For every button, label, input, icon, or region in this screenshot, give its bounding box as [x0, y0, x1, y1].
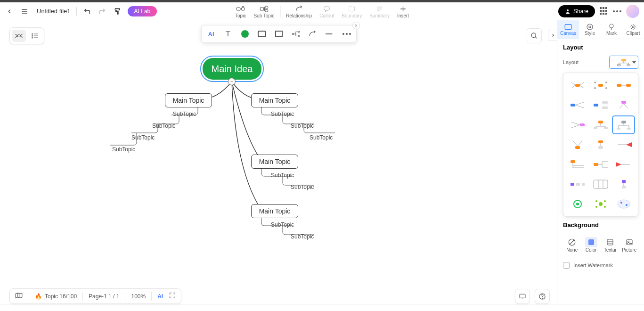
- layout-option[interactable]: [613, 77, 634, 94]
- layout-option[interactable]: [590, 77, 611, 94]
- svg-rect-77: [594, 127, 597, 129]
- svg-marker-103: [616, 162, 621, 167]
- svg-point-116: [599, 202, 603, 206]
- svg-point-39: [610, 24, 613, 28]
- panel-tab-mark[interactable]: Mark: [601, 20, 622, 39]
- panel-tab-canvas[interactable]: Canvas: [557, 20, 579, 39]
- toolbar-insert[interactable]: Insert: [393, 2, 413, 20]
- svg-rect-78: [604, 127, 608, 129]
- layout-option[interactable]: [567, 97, 588, 114]
- svg-rect-3: [236, 8, 240, 10]
- collapse-panel-icon[interactable]: [548, 30, 557, 41]
- topic-node[interactable]: Main Topic: [251, 93, 298, 107]
- svg-rect-127: [607, 239, 613, 245]
- svg-rect-86: [575, 146, 580, 149]
- search-button[interactable]: [527, 28, 542, 43]
- svg-marker-92: [626, 142, 632, 147]
- fire-icon: 🔥: [35, 293, 42, 300]
- topic-node[interactable]: Main Topic: [251, 155, 298, 169]
- svg-rect-68: [621, 101, 626, 104]
- svg-point-55: [594, 82, 596, 83]
- format-painter-button[interactable]: [113, 7, 122, 16]
- bg-tab-picture[interactable]: Picture: [620, 234, 639, 255]
- layout-option[interactable]: [567, 136, 588, 153]
- layout-option[interactable]: [590, 116, 611, 133]
- topic-node[interactable]: Main Topic: [251, 204, 298, 218]
- top-toolbar: Topic Sub Topic Relationship Callout Bou…: [231, 2, 413, 20]
- fullscreen-icon[interactable]: [169, 292, 176, 301]
- toolbar-subtopic[interactable]: Sub Topic: [250, 2, 278, 20]
- layout-option[interactable]: [590, 97, 611, 114]
- svg-rect-89: [598, 140, 603, 143]
- svg-rect-108: [594, 180, 608, 188]
- layout-option[interactable]: [613, 156, 634, 173]
- collapse-handle-icon[interactable]: −: [228, 78, 236, 85]
- topic-node[interactable]: Main Topic: [165, 93, 212, 107]
- svg-rect-90: [598, 146, 603, 149]
- svg-rect-67: [602, 106, 608, 109]
- layout-option[interactable]: [613, 136, 634, 153]
- layout-option[interactable]: [590, 156, 611, 173]
- layout-option[interactable]: [590, 176, 611, 193]
- svg-line-63: [575, 102, 584, 105]
- layout-option[interactable]: [590, 196, 611, 213]
- layout-option[interactable]: [613, 176, 634, 193]
- svg-point-11: [324, 6, 330, 10]
- svg-line-69: [620, 104, 624, 108]
- layout-label: Layout: [563, 59, 579, 65]
- svg-rect-79: [621, 121, 626, 123]
- svg-point-41: [632, 26, 634, 28]
- filename[interactable]: Untitled file1: [37, 8, 71, 15]
- layout-dropdown[interactable]: [609, 56, 638, 69]
- watermark-checkbox[interactable]: [563, 262, 570, 269]
- svg-point-38: [587, 24, 593, 30]
- page-indicator[interactable]: Page-1 1 / 1: [89, 293, 119, 300]
- redo-button[interactable]: [98, 7, 107, 16]
- zoom-level[interactable]: 100%: [131, 293, 146, 300]
- svg-line-70: [624, 104, 628, 108]
- svg-line-125: [570, 240, 575, 245]
- bg-tab-color[interactable]: Color: [582, 234, 601, 255]
- layout-option[interactable]: [567, 196, 588, 213]
- help-icon[interactable]: [535, 289, 550, 304]
- back-button[interactable]: [5, 7, 14, 16]
- svg-point-117: [595, 200, 597, 202]
- root-node[interactable]: Main Idea: [203, 58, 261, 80]
- layout-option[interactable]: [567, 156, 588, 173]
- svg-rect-107: [582, 183, 585, 186]
- layout-option[interactable]: [613, 97, 634, 114]
- layout-option-selected[interactable]: [613, 116, 634, 133]
- svg-point-57: [594, 87, 596, 89]
- bg-tab-texture[interactable]: Textur: [601, 234, 620, 255]
- svg-rect-62: [571, 104, 575, 106]
- svg-point-123: [626, 204, 628, 206]
- mindmap-canvas[interactable]: Main Idea − Main Topic SubTopic SubTopic…: [0, 20, 557, 304]
- layout-option[interactable]: [567, 116, 588, 133]
- svg-point-121: [618, 200, 630, 208]
- ai-assist-icon[interactable]: AI: [157, 293, 163, 300]
- svg-rect-112: [622, 186, 626, 188]
- svg-point-119: [595, 206, 597, 208]
- panel-tab-style[interactable]: Style: [579, 20, 601, 39]
- layout-option[interactable]: [590, 136, 611, 153]
- layout-option[interactable]: [567, 77, 588, 94]
- toolbar-relationship[interactable]: Relationship: [282, 2, 316, 20]
- svg-line-73: [571, 125, 580, 128]
- avatar[interactable]: [626, 5, 639, 18]
- panel-tab-clipart[interactable]: Clipart: [622, 20, 644, 39]
- map-icon[interactable]: [15, 292, 23, 301]
- presentation-icon[interactable]: [515, 289, 530, 304]
- apps-icon[interactable]: [600, 7, 608, 16]
- undo-button[interactable]: [82, 7, 92, 16]
- more-icon[interactable]: [613, 10, 621, 12]
- ai-lab-button[interactable]: AI Lab: [128, 6, 157, 16]
- bg-tab-none[interactable]: None: [563, 234, 581, 255]
- svg-rect-49: [575, 84, 580, 87]
- share-button[interactable]: Share: [558, 5, 595, 17]
- svg-point-122: [620, 202, 622, 204]
- menu-button[interactable]: [20, 7, 29, 16]
- layout-option[interactable]: [567, 176, 588, 193]
- layout-option[interactable]: [613, 196, 634, 213]
- canvas-workspace[interactable]: AI T × Main Idea − Main Topic SubTopic S…: [0, 20, 557, 304]
- toolbar-topic[interactable]: Topic: [231, 2, 250, 20]
